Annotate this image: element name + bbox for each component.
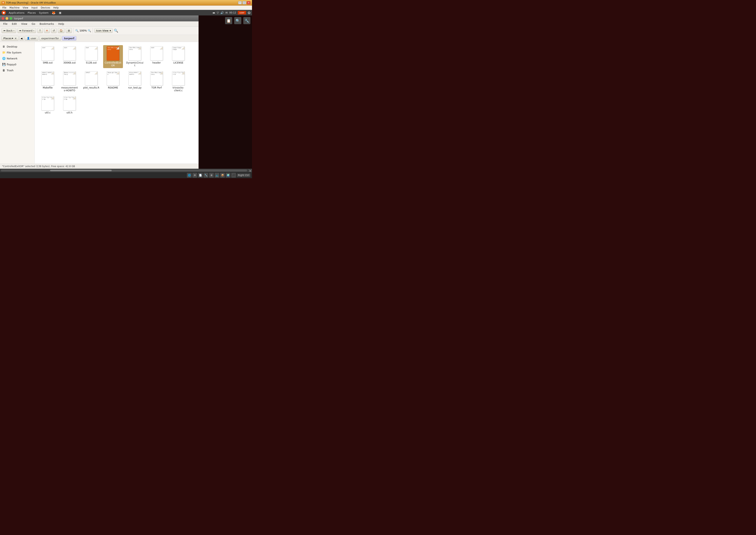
sidebar-item-floppy[interactable]: 💾 floppy0	[0, 61, 35, 67]
file-content-512b: start	[85, 46, 97, 60]
file-item-dynamiccircuit[interactable]: This ORs:1 data Circu DynamicCircuit	[125, 45, 145, 68]
vbox-close-button[interactable]: ✕	[247, 1, 251, 4]
taskbar-icon-settings[interactable]: ⚙	[192, 173, 197, 178]
file-label-controlledexit: ControlledExitOR	[104, 61, 122, 67]
up-button[interactable]: ↑	[37, 28, 43, 33]
file-item-5mb[interactable]: start 5MB.out	[38, 45, 58, 68]
tools-icon[interactable]: 🔧	[243, 17, 251, 24]
sidebar-item-desktop[interactable]: 🖥 Desktop	[0, 43, 35, 49]
vbox-menu-devices[interactable]: Devices	[39, 6, 52, 10]
file-icon-utilc: /* Ca * Co * Co /* Se	[41, 96, 54, 110]
taskbar-icon-doc[interactable]: 📄	[198, 173, 203, 178]
computer-button[interactable]: 🖥	[66, 28, 72, 33]
taskbar-icon-network[interactable]: 🌐	[187, 173, 192, 178]
fm-title: torperf	[14, 17, 23, 20]
view-mode-dropdown-icon: ▾	[110, 29, 111, 32]
ubuntu-panel: ● Applications Places System 🦊 ▣ ▬ ▽ 🔊 ✉…	[0, 10, 252, 15]
fm-maximize-button[interactable]	[10, 17, 12, 20]
path-crumb-torperf[interactable]: torperf	[62, 36, 77, 41]
fm-menu-view[interactable]: View	[19, 22, 29, 26]
taskbar-icon-box[interactable]: ⬛	[231, 173, 236, 178]
stop-button[interactable]: ✕	[44, 28, 50, 33]
path-crumb-experimentor[interactable]: experimenTor	[39, 36, 61, 41]
file-item-measurements[interactable]: Measu ===== The p measurements-HOWTO	[60, 70, 79, 93]
taskbar-icon-monitor[interactable]: 🖥	[209, 173, 214, 178]
file-item-torperf[interactable]: This ORs:1 data Circu TOR Perf	[147, 70, 167, 93]
vbox-menu-file[interactable]: File	[1, 6, 8, 10]
home-button[interactable]: 🏠	[58, 28, 65, 33]
vbox-menu-help[interactable]: Help	[52, 6, 60, 10]
fm-close-button[interactable]	[2, 17, 4, 20]
zoom-out-button[interactable]: 🔍	[75, 29, 79, 32]
file-item-utilh[interactable]: /* Co * Co * Co /* Se util.h	[60, 95, 79, 115]
search-button[interactable]: 🔍	[114, 29, 118, 33]
sidebar-item-filesystem[interactable]: 📁 File System	[0, 49, 35, 55]
file-item-plotresults[interactable]: UFACT plot_results.R	[81, 70, 101, 93]
file-item-header[interactable]: start header	[147, 45, 167, 68]
taskbar-icon-globe[interactable]: 🌍	[226, 173, 230, 178]
forward-button[interactable]: ➡ Forward ▾	[17, 28, 36, 33]
path-crumb-torperf-label: torperf	[64, 37, 74, 40]
file-item-controlledexit[interactable]: This ORs:1 data Circu ControlledExitOR	[103, 45, 123, 68]
file-content-300kb: start	[63, 46, 76, 60]
file-label-readme: README	[108, 86, 118, 89]
fm-minimize-button[interactable]	[6, 17, 8, 20]
panel-mail-icon: ✉	[225, 11, 228, 14]
zoom-in-button[interactable]: 🔍	[88, 29, 91, 32]
clipboard-icon[interactable]: 📋	[225, 17, 232, 24]
back-button[interactable]: ⬅ Back ▾	[2, 28, 16, 33]
h-scrollbar-thumb[interactable]	[50, 170, 112, 171]
places-button[interactable]: Places ▾ ✕	[2, 36, 19, 41]
file-item-trivsocks[interactable]: /* Co /* Co /* Se /* SI trivsocks-client…	[169, 70, 188, 93]
panel-firefox-icon[interactable]: 🦊	[50, 11, 57, 15]
places-close-icon[interactable]: ✕	[14, 37, 17, 40]
fm-menu-file[interactable]: File	[1, 22, 10, 26]
file-label-header: header	[152, 61, 161, 64]
file-icon-dynamiccircuit: This ORs:1 data Circu	[128, 46, 141, 61]
panel-terminal-icon[interactable]: ▣	[57, 11, 63, 14]
file-item-512b[interactable]: start 512B.out	[81, 45, 101, 68]
taskbar-icon-package[interactable]: 📦	[220, 173, 225, 178]
vbox-minimize-button[interactable]: −	[238, 1, 242, 4]
fm-menu-bookmarks[interactable]: Bookmarks	[38, 22, 56, 26]
vbox-maximize-button[interactable]: □	[242, 1, 246, 4]
panel-applications-button[interactable]: Applications	[7, 11, 26, 14]
file-item-makefile[interactable]: ### C ### S ### S Makefile	[38, 70, 58, 93]
file-item-license[interactable]: Copyr Copyr Copyr LICENSE	[169, 45, 188, 68]
file-content-5mb: start	[41, 46, 54, 60]
taskbar-icon-tool[interactable]: 🔧	[203, 173, 208, 178]
file-content-license: Copyr Copyr Copyr	[172, 46, 184, 60]
sidebar-trash-label: Trash	[7, 69, 14, 72]
h-scrollbar[interactable]	[1, 169, 247, 171]
panel-places-button[interactable]: Places	[26, 11, 37, 14]
forward-arrow-icon: ➡	[19, 29, 21, 32]
taskbar-icon-display[interactable]: 📺	[215, 173, 219, 178]
file-icon-5mb: start	[41, 46, 54, 61]
vbox-menu-input[interactable]: Input	[30, 6, 39, 10]
panel-system-button[interactable]: System	[38, 11, 50, 14]
file-item-runtest[interactable]: #!/us ### C ### S run_test.py	[125, 70, 145, 93]
path-crumb-user[interactable]: 👤 user	[25, 36, 39, 41]
search-rp-icon[interactable]: 🔍	[234, 17, 241, 24]
sidebar-item-trash[interactable]: 🗑 Trash	[0, 67, 35, 73]
back-arrow-icon: ⬅	[3, 29, 6, 32]
file-content-utilh: /* Co * Co * Co /* Se	[63, 97, 76, 110]
vbox-menu-view[interactable]: View	[21, 6, 30, 10]
sidebar-item-network[interactable]: 🌐 Network	[0, 55, 35, 61]
panel-power-icon[interactable]: ⏻	[248, 11, 251, 14]
resize-handle-icon[interactable]: ⇲	[249, 169, 251, 173]
file-item-utilc[interactable]: /* Ca * Co * Co /* Se util.c	[38, 95, 58, 115]
ubuntu-logo-icon[interactable]: ●	[2, 11, 6, 15]
file-icon-measurements: Measu ===== The p	[63, 71, 76, 86]
path-nav-back-button[interactable]: ◀	[19, 36, 24, 41]
fm-menu-edit[interactable]: Edit	[10, 22, 19, 26]
view-mode-select[interactable]: Icon View ▾	[94, 28, 113, 33]
reload-button[interactable]: ↺	[51, 28, 57, 33]
computer-icon: 🖥	[68, 29, 70, 32]
fm-menu-help[interactable]: Help	[56, 22, 66, 26]
file-item-readme[interactable]: Torpe git:/ See h README	[103, 70, 123, 93]
vbox-menu-machine[interactable]: Machine	[8, 6, 21, 10]
fm-menu-go[interactable]: Go	[30, 22, 37, 26]
panel-user-menu[interactable]: user	[238, 11, 246, 14]
file-item-300kb[interactable]: start 300KB.out	[60, 45, 79, 68]
